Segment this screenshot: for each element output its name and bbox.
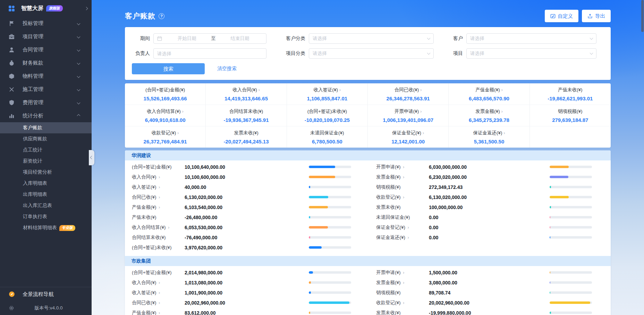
- metric-label[interactable]: 收入合同(¥) ›: [132, 174, 185, 180]
- sidebar-item-briefcase[interactable]: 项目管理: [0, 30, 92, 43]
- metric-bar: [550, 206, 592, 208]
- summary-stat[interactable]: 合同已收(¥) ›26,346,278,563.91: [368, 83, 449, 105]
- metric-value: 6,053,530,000.00: [185, 225, 309, 230]
- summary-stat[interactable]: 收入合同结算(¥) ›6,409,910,618.00: [125, 105, 206, 126]
- stat-label: 未退回保证金(¥): [289, 130, 365, 136]
- compass-icon: [9, 291, 15, 297]
- box-icon: [9, 73, 15, 79]
- stat-label: (合同+签证)未收(¥): [289, 108, 365, 115]
- metric-label[interactable]: 收款登记(¥) ›: [376, 194, 429, 200]
- metric-label[interactable]: 发票金额(¥) ›: [376, 174, 429, 180]
- stat-label: 保证金登记(¥) ›: [370, 130, 446, 136]
- stat-value: -19,936,367,945.91: [208, 117, 284, 123]
- panorama-nav-item[interactable]: 全景流程导航: [0, 287, 92, 301]
- metric-row: 保证金返还(¥) ›0.00: [376, 232, 592, 242]
- sidebar-subitem-3[interactable]: 薪资统计: [0, 156, 92, 167]
- stat-value: -20,027,494,245.13: [208, 139, 284, 144]
- summary-stat[interactable]: 收入签证(¥) ›1,106,855,847.01: [287, 83, 368, 105]
- sidebar-subitem-9[interactable]: 材料结算明细表专业版: [0, 222, 92, 233]
- project-category-select[interactable]: 请选择: [309, 48, 434, 59]
- sidebar-menu: 投标管理项目管理合同管理财务账款物料管理施工管理费用管理统计分析客户账款供应商账…: [0, 17, 92, 283]
- metric-value: 0.00: [429, 215, 550, 220]
- sidebar-subitem-0[interactable]: 客户账款: [0, 122, 92, 133]
- metric-value: 6,130,020,000.00: [429, 194, 550, 200]
- stat-label: (合同+签证)金额(¥): [127, 87, 203, 93]
- metric-label[interactable]: 保证金返还(¥) ›: [376, 234, 429, 241]
- metric-value: 6,030,000,000.00: [429, 164, 550, 170]
- sidebar-collapse-handle[interactable]: [89, 150, 94, 165]
- metric-label[interactable]: 收款登记(¥) ›: [376, 300, 429, 306]
- metric-label[interactable]: 产值金额(¥) ›: [132, 204, 185, 210]
- app-title: 智慧大屏: [21, 5, 43, 12]
- sidebar-subitem-7[interactable]: 出入库汇总表: [0, 200, 92, 211]
- sidebar-subitem-5[interactable]: 入库明细表: [0, 178, 92, 189]
- clear-search-link[interactable]: 清空搜索: [217, 66, 237, 72]
- panorama-nav-label: 全景流程导航: [23, 291, 54, 298]
- sidebar-subitem-1[interactable]: 供应商账款: [0, 133, 92, 144]
- sidebar-item-box[interactable]: 物料管理: [0, 69, 92, 83]
- metric-label[interactable]: 开票申请(¥) ›: [376, 164, 429, 170]
- sidebar-item-flag[interactable]: 投标管理: [0, 17, 92, 30]
- chevron-right-icon: ›: [158, 280, 160, 285]
- customize-button[interactable]: 自定义: [545, 10, 579, 22]
- summary-stat[interactable]: 收款登记(¥) ›26,372,769,484.91: [125, 126, 206, 148]
- metric-label[interactable]: 发票金额(¥) ›: [376, 280, 429, 286]
- summary-grid: (合同+签证)金额(¥)15,526,169,493.66收入合同(¥) ›14…: [125, 83, 611, 148]
- metric-row: 收入签证(¥) ›40,000.00: [132, 182, 351, 192]
- metric-label[interactable]: 收入合同(¥) ›: [132, 280, 185, 286]
- chevron-right-icon: ›: [402, 280, 405, 285]
- flag-icon: [9, 20, 15, 26]
- metric-label: 未退回保证金(¥): [376, 214, 429, 221]
- metric-row: 发票未收(¥)100,000,000.00: [376, 202, 592, 212]
- project-select[interactable]: 请选择: [466, 48, 596, 59]
- summary-stat[interactable]: 开票申请(¥) ›1,006,139,401,096.07: [368, 105, 449, 126]
- metric-label[interactable]: 合同已收(¥) ›: [132, 194, 185, 200]
- metric-label[interactable]: 保证金登记(¥) ›: [376, 224, 429, 231]
- metric-label[interactable]: 合同已收(¥) ›: [132, 300, 185, 306]
- summary-stat[interactable]: 发票金额(¥) ›6,345,275,239.78: [449, 105, 529, 126]
- metric-label[interactable]: 收入合同结算(¥) ›: [132, 224, 185, 231]
- sidebar-subitem-8[interactable]: 订单执行表: [0, 211, 92, 222]
- page-header: 客户账款 ? 自定义 导出: [125, 9, 611, 23]
- sidebar-item-chart[interactable]: 统计分析: [0, 109, 92, 122]
- summary-stat[interactable]: 保证金登记(¥) ›12,142,001.00: [368, 126, 449, 148]
- metric-label[interactable]: 产值金额(¥) ›: [132, 310, 185, 315]
- metric-value: 40,000.00: [185, 184, 309, 190]
- sidebar-item-tools[interactable]: 施工管理: [0, 83, 92, 96]
- metric-label[interactable]: 开票申请(¥) ›: [376, 270, 429, 276]
- chevron-down-icon: [590, 36, 593, 40]
- customer-category-select[interactable]: 请选择: [309, 33, 434, 44]
- sidebar-subitem-6[interactable]: 出库明细表: [0, 189, 92, 200]
- sidebar-subitem-label: 订单执行表: [23, 214, 47, 220]
- chevron-right-icon: ›: [167, 225, 170, 230]
- chevron-right-icon: ›: [158, 174, 160, 180]
- metric-value: 20,002,960,000.00: [185, 300, 309, 306]
- stat-label: 销项税额(¥): [532, 108, 609, 115]
- sidebar-subitem-label: 出入库汇总表: [23, 202, 52, 209]
- sidebar-subitem-4[interactable]: 项目经营分析: [0, 167, 92, 178]
- export-button[interactable]: 导出: [582, 10, 611, 22]
- metric-value: 20,002,960,000.00: [429, 300, 550, 306]
- sidebar-item-money-bag[interactable]: 财务账款: [0, 56, 92, 69]
- metric-label[interactable]: 收入签证(¥) ›: [132, 184, 185, 190]
- summary-stat[interactable]: 产值金额(¥) ›6,483,656,570.90: [449, 83, 529, 105]
- summary-stat[interactable]: 收入合同(¥) ›14,419,313,646.65: [206, 83, 287, 105]
- sidebar-item-shield[interactable]: 费用管理: [0, 96, 92, 109]
- summary-stat: (合同+签证)未收(¥)-10,820,109,070.25: [287, 105, 368, 126]
- metric-label[interactable]: 收入签证(¥) ›: [132, 290, 185, 296]
- metric-row: 收入签证(¥) ›1,001,900,000.00: [132, 288, 351, 298]
- sidebar-subitem-2[interactable]: 点工统计: [0, 144, 92, 156]
- sidebar-item-user-card[interactable]: 合同管理: [0, 43, 92, 56]
- stat-label: 收款登记(¥) ›: [127, 130, 203, 136]
- help-icon[interactable]: ?: [159, 13, 164, 19]
- metric-value: 1,013,080,000.00: [185, 280, 309, 285]
- scrollbar-thumb[interactable]: [641, 0, 644, 32]
- date-range-picker[interactable]: 开始日期 至 结束日期: [153, 33, 266, 44]
- summary-stat[interactable]: 保证金返还(¥) ›5,361,500.50: [449, 126, 529, 148]
- search-button[interactable]: 搜索: [132, 63, 205, 74]
- select-placeholder: 请选择: [470, 50, 484, 57]
- pro-badge: 专业版: [59, 225, 75, 231]
- app-logo[interactable]: 智慧大屏 旗舰版: [0, 0, 92, 17]
- customer-select[interactable]: 请选择: [466, 33, 596, 44]
- owner-input[interactable]: [153, 48, 266, 59]
